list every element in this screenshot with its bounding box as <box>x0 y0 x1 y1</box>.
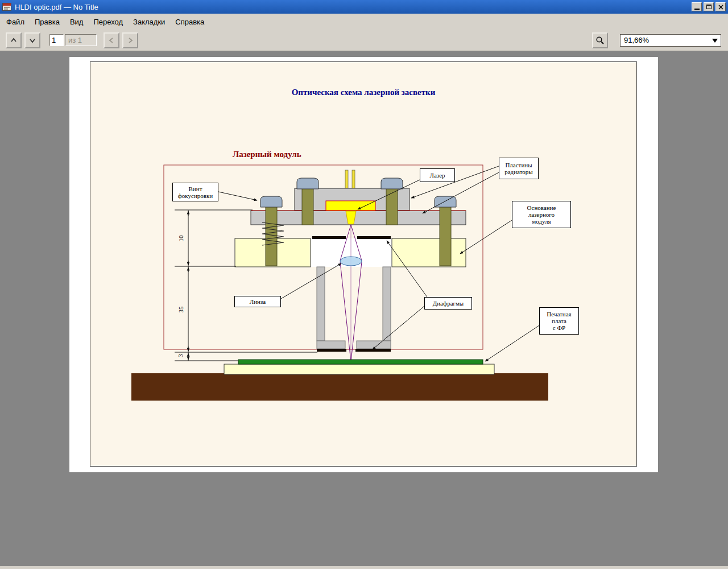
combo-chevron-down-icon <box>712 39 718 43</box>
history-forward-button[interactable] <box>122 32 138 48</box>
laser-pins <box>345 170 355 189</box>
search-button[interactable] <box>592 32 608 48</box>
callout-text: Винт <box>173 185 218 192</box>
callout-text: фокусировки <box>173 192 218 199</box>
window-bottom-border <box>0 566 728 569</box>
title-bar[interactable]: HLDI optic.pdf — No Title <box>0 0 728 14</box>
page-down-button[interactable] <box>24 32 40 48</box>
callout-text: с ФР <box>540 324 578 331</box>
laser-body <box>326 201 375 211</box>
page-number-input[interactable] <box>49 34 64 46</box>
callout-pcb: Печатная плата с ФР <box>539 307 579 335</box>
page-up-button[interactable] <box>6 32 22 48</box>
zoom-value: 91,66% <box>624 36 649 44</box>
module-title: Лазерный модуль <box>233 150 301 159</box>
search-icon <box>595 36 605 45</box>
chevron-right-icon <box>127 37 134 44</box>
menu-help[interactable]: Справка <box>170 15 209 29</box>
history-back-button[interactable] <box>104 32 119 48</box>
dimension-label-3: 3 <box>177 354 184 357</box>
callout-text: Диафрагмы <box>425 300 471 307</box>
callout-text: Пластины <box>499 162 538 168</box>
minimize-button[interactable] <box>692 2 702 11</box>
callout-text: лазерного <box>512 211 570 218</box>
pcb-carrier-board <box>224 364 494 374</box>
callout-focus-screw: Винт фокусировки <box>172 183 218 201</box>
chevron-left-icon <box>108 37 115 44</box>
chevron-down-icon <box>29 37 36 44</box>
mount-base-brown <box>131 373 548 401</box>
callout-diaphragms: Диафрагмы <box>424 297 472 310</box>
callout-text: Линза <box>235 298 280 305</box>
dimension-label-35: 35 <box>177 307 184 313</box>
menu-go[interactable]: Переход <box>88 15 128 29</box>
close-icon <box>718 5 723 10</box>
page-frame: Оптическая схема лазерной засветки Лазер… <box>90 61 637 467</box>
diagram-canvas <box>90 62 638 467</box>
close-button[interactable] <box>715 2 726 11</box>
callout-radiator-plates: Пластины радиаторы <box>499 158 539 179</box>
document-viewport[interactable]: Оптическая схема лазерной засветки Лазер… <box>0 51 728 566</box>
window-icon <box>2 3 11 11</box>
page-total-label: из 1 <box>65 34 97 46</box>
minimize-icon <box>694 9 700 10</box>
menu-edit[interactable]: Правка <box>30 15 65 29</box>
callout-lens: Линза <box>234 296 281 307</box>
menu-bar: Файл Правка Вид Переход Закладки Справка <box>0 14 728 30</box>
callout-text: радиаторы <box>499 168 538 175</box>
menu-file[interactable]: Файл <box>1 15 30 29</box>
callout-text: Основание <box>512 204 570 211</box>
zoom-select[interactable]: 91,66% <box>620 34 721 47</box>
callout-module-base: Основание лазерного модуля <box>512 201 571 228</box>
callout-text: модуля <box>512 218 570 225</box>
dimension-label-10: 10 <box>177 236 184 242</box>
menu-view[interactable]: Вид <box>65 15 89 29</box>
pdf-page: Оптическая схема лазерной засветки Лазер… <box>69 57 658 472</box>
maximize-icon <box>706 5 712 9</box>
callout-text: плата <box>540 318 578 324</box>
lens-body <box>340 257 362 266</box>
dimension-lines <box>175 210 317 361</box>
window-title: HLDI optic.pdf — No Title <box>15 3 690 11</box>
toolbar: из 1 91,66% <box>0 30 728 51</box>
document-title: Оптическая схема лазерной засветки <box>90 88 636 97</box>
callout-text: Лазер <box>420 172 454 179</box>
menu-bookmarks[interactable]: Закладки <box>128 15 170 29</box>
callout-text: Печатная <box>540 311 578 318</box>
maximize-button[interactable] <box>704 2 714 11</box>
pcb-strip <box>238 360 483 364</box>
chevron-up-icon <box>10 37 17 44</box>
callout-laser: Лазер <box>420 168 455 182</box>
